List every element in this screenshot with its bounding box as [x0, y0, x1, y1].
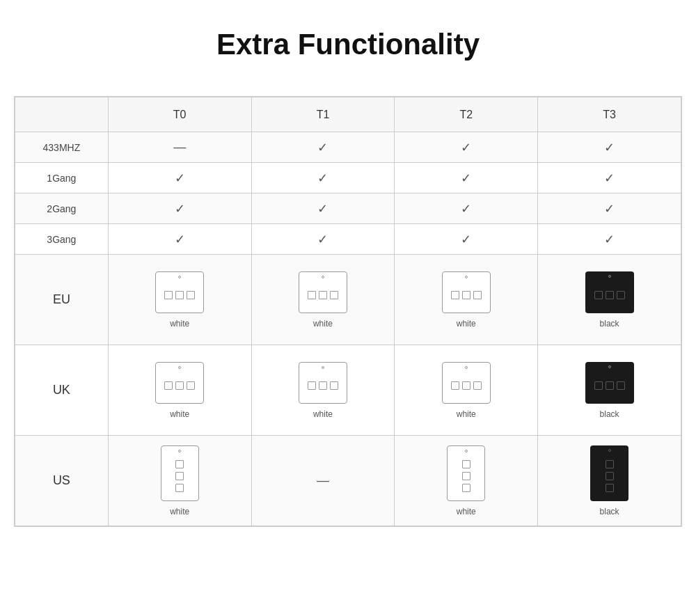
eu-t3-btn2 — [606, 291, 614, 299]
eu-t0-buttons — [164, 291, 195, 299]
us-t0-btn2 — [175, 472, 184, 480]
us-t2-device: white — [399, 445, 533, 516]
uk-t3-buttons — [594, 381, 625, 390]
uk-t1-switch-white — [299, 362, 347, 404]
us-t0-btn3 — [175, 484, 184, 492]
label-433mhz: 433MHZ — [15, 132, 109, 163]
header-empty — [15, 97, 109, 132]
us-t0-label: white — [170, 507, 189, 516]
eu-t1-btn3 — [330, 291, 338, 299]
t2-433mhz: ✓ — [395, 132, 538, 163]
uk-t1-dot — [322, 366, 324, 369]
us-t0-btn1 — [175, 460, 184, 468]
t2-3gang: ✓ — [395, 224, 538, 255]
eu-t1-btn2 — [319, 291, 327, 299]
uk-t2-btn1 — [451, 381, 459, 390]
us-t3-btn3 — [606, 484, 614, 492]
t0-433mhz: — — [108, 132, 251, 163]
us-t2-label: white — [457, 507, 476, 516]
eu-t3-dot — [608, 275, 611, 278]
uk-t2-switch-white — [442, 362, 491, 404]
eu-t0-btn2 — [175, 291, 184, 299]
uk-t1-btn1 — [308, 381, 316, 390]
uk-t0-device: white — [113, 362, 247, 419]
uk-t0-dot — [178, 366, 181, 369]
t0-2gang: ✓ — [108, 194, 251, 224]
uk-t0-cell: white — [108, 345, 251, 436]
uk-t0-btn1 — [164, 381, 173, 390]
uk-t2-btn2 — [462, 381, 470, 390]
row-433mhz: 433MHZ — ✓ ✓ ✓ — [15, 132, 681, 163]
uk-t1-label: white — [313, 409, 333, 419]
us-t3-switch-black — [590, 445, 628, 501]
us-t2-btn1 — [462, 460, 470, 468]
uk-t3-label: black — [600, 409, 619, 419]
row-uk: UK white — [15, 345, 681, 436]
t3-3gang: ✓ — [538, 224, 681, 255]
us-t0-dot — [178, 450, 181, 452]
us-t0-buttons — [175, 460, 184, 492]
header-t2: T2 — [395, 97, 538, 132]
table-header-row: T0 T1 T2 T3 — [15, 97, 681, 132]
eu-t3-label: black — [600, 319, 619, 329]
uk-t2-label: white — [457, 409, 476, 419]
us-t2-buttons — [462, 460, 470, 492]
us-t0-device: white — [113, 445, 247, 516]
eu-t3-device: black — [542, 271, 677, 329]
eu-t0-btn3 — [187, 291, 195, 299]
label-uk: UK — [15, 345, 109, 436]
eu-t3-btn3 — [617, 291, 625, 299]
label-3gang: 3Gang — [15, 224, 109, 255]
uk-t3-btn3 — [617, 381, 625, 390]
uk-t2-device: white — [399, 362, 533, 419]
uk-t3-btn2 — [606, 381, 614, 390]
eu-t1-dot — [322, 276, 324, 278]
uk-t2-btn3 — [473, 381, 482, 390]
eu-t2-dot — [465, 276, 468, 278]
label-2gang: 2Gang — [15, 194, 109, 224]
eu-t3-cell: black — [538, 255, 681, 345]
eu-t2-buttons — [451, 291, 482, 299]
us-t1-cell: — — [251, 436, 395, 526]
header-t3: T3 — [538, 97, 681, 132]
t1-2gang: ✓ — [251, 194, 395, 224]
eu-t1-label: white — [313, 319, 333, 329]
uk-t0-btn2 — [175, 381, 184, 390]
uk-t0-switch-white — [155, 362, 204, 404]
us-t2-cell: white — [395, 436, 538, 526]
us-t3-buttons — [606, 460, 614, 492]
row-us: US white — [15, 436, 681, 526]
us-t0-switch-white — [161, 445, 199, 501]
us-t2-btn3 — [462, 484, 470, 492]
eu-t0-cell: white — [108, 255, 251, 345]
uk-t2-dot — [465, 366, 468, 369]
uk-t1-btn2 — [319, 381, 327, 390]
eu-t2-btn2 — [462, 291, 470, 299]
uk-t1-buttons — [308, 381, 338, 390]
eu-t0-btn1 — [164, 291, 173, 299]
eu-t0-dot — [178, 276, 181, 278]
uk-t2-cell: white — [395, 345, 538, 436]
us-t2-dot — [465, 450, 468, 452]
eu-t0-device: white — [113, 271, 247, 329]
uk-t1-device: white — [256, 362, 390, 419]
eu-t2-switch-white — [442, 271, 491, 313]
row-2gang: 2Gang ✓ ✓ ✓ ✓ — [15, 194, 681, 224]
t1-433mhz: ✓ — [251, 132, 395, 163]
header-t0: T0 — [108, 97, 251, 132]
uk-t3-btn1 — [594, 381, 603, 390]
eu-t0-label: white — [170, 319, 189, 329]
us-t0-cell: white — [108, 436, 251, 526]
t1-1gang: ✓ — [251, 163, 395, 194]
uk-t3-device: black — [542, 362, 677, 419]
t0-1gang: ✓ — [108, 163, 251, 194]
uk-t0-buttons — [164, 381, 195, 390]
us-t3-device: black — [542, 445, 677, 516]
eu-t0-switch-white — [155, 271, 204, 313]
us-t3-label: black — [600, 507, 619, 516]
eu-t1-switch-white — [299, 271, 347, 313]
eu-t2-device: white — [399, 271, 533, 329]
uk-t1-cell: white — [251, 345, 395, 436]
eu-t1-btn1 — [308, 291, 316, 299]
eu-t1-buttons — [308, 291, 338, 299]
